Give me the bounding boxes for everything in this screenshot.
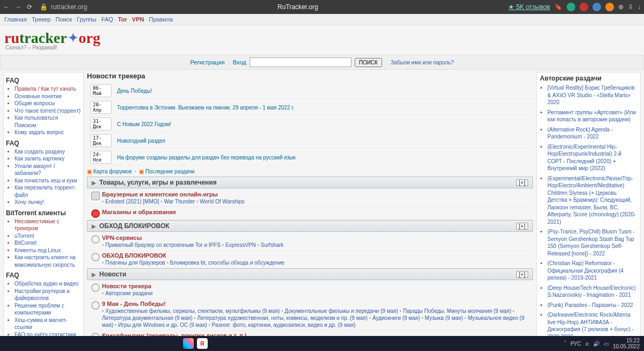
side-item[interactable]: Несовместимые с трекером [14,218,81,232]
side-item[interactable]: Кому задать вопрос [14,129,81,136]
topnav-faq[interactable]: FAQ [101,16,113,23]
search-input[interactable] [250,57,352,67]
subforum-link[interactable]: Enlisted (2021) [MMO] [105,199,159,204]
start-icon[interactable] [183,338,194,349]
release-item[interactable]: (Punk) Parasites - Паразиты - 2022 [547,302,637,309]
clock[interactable]: 15:22 10.05.2022 [613,338,640,349]
subforum-link[interactable]: Литература художественная, ноты, комиксы… [197,315,368,321]
subforum-link[interactable]: Авторские раздачи [105,290,152,296]
topnav-группы[interactable]: Группы [77,16,97,23]
forum-link[interactable]: Новости трекера [102,283,151,289]
search-button[interactable]: ПОИСК [355,58,382,67]
side-item[interactable]: Как настроить клиент на максимальную ско… [14,254,81,268]
expand-button[interactable]: [+] [516,223,529,230]
release-item[interactable]: Регламент группы «Артсовет» (Или как поп… [547,109,637,123]
subforum-link[interactable]: Документальные фильмы и передачи (9 мая) [284,308,398,314]
subforum-link[interactable]: Литература документальная (9 мая) [102,315,193,321]
battery-icon[interactable]: ▭ [604,341,609,347]
expand-button[interactable]: [+] [516,271,529,278]
sound-icon[interactable]: 🔊 [593,341,599,347]
subforum-link[interactable]: Аудиокниги (9 мая) [372,315,420,321]
news-item[interactable]: На форуме созданы разделы для раздач без… [115,150,532,165]
login-link[interactable]: Вход [233,59,246,65]
side-item[interactable]: Что такое torrent (торрент) [14,107,81,115]
side-item[interactable]: Как почистить кеш и куки [14,177,81,185]
tray-chevron-icon[interactable]: ˆ [565,341,566,347]
side-item[interactable]: Настройки роутеров и файерволлов [14,288,81,302]
forgot-link[interactable]: Забыли имя или пароль? [391,60,454,65]
forum-category[interactable]: ▶Товары, услуги, игры и развлечения[+] [87,177,533,188]
subforum-link[interactable]: Блокировка bt, способы обхода и обсужден… [170,260,284,266]
subforum-link[interactable]: Разное: фото, картинки, аудиозаписи, вид… [212,322,356,328]
forum-link[interactable]: VPN-сервисы [102,235,142,241]
topnav-поиск[interactable]: Поиск [56,16,72,23]
side-item[interactable]: Хочу лычку! [14,199,81,206]
side-item[interactable]: Обработка аудио и видео [14,280,81,288]
release-item[interactable]: [Virtual Reality] Борис Гребенщиков & AX… [547,84,637,106]
subforum-link[interactable]: Музыка (9 мая) [425,315,463,321]
downarrow-icon[interactable]: ↓ [638,3,641,11]
subforum-link[interactable]: War Thunder [164,199,195,204]
wifi-icon[interactable]: ⎚ [586,341,589,347]
side-item[interactable]: Как пользоваться Поиском [14,114,81,129]
news-item[interactable]: Торрентовка в Эстонии. Выезжаем на пикни… [115,100,532,115]
back-icon[interactable]: ← [3,3,10,11]
forum-link[interactable]: 9 Мая - День Победы! [102,301,166,307]
subforum-link[interactable]: Surfshark [261,242,284,248]
globe-icon[interactable]: ⊕ [618,3,624,11]
forum-map-link[interactable]: Карта форумов [93,169,131,174]
reviews-badge[interactable]: ★ 5K отзывов [508,3,550,11]
side-item[interactable]: Решение проблем с компьютерами [14,302,81,317]
release-item[interactable]: (Psy-Trance, PsyChill) Blusm Tusm - Semy… [547,228,637,257]
release-item[interactable]: (Alternative Rock) Agenda - Pandemonium … [547,126,637,141]
subforum-link[interactable]: World Of Warships [200,199,244,204]
news-item[interactable]: Новогодний раздел [115,133,532,149]
reload-icon[interactable]: ⟳ [27,3,32,11]
subforum-link[interactable]: ExpressVPN [225,242,256,248]
forum-link[interactable]: Магазины и образование [102,209,176,215]
ext-icon-4[interactable] [605,3,614,11]
ext-icon-1[interactable] [567,3,575,11]
download-icon[interactable]: ⇩ [628,3,633,11]
ext-icon-3[interactable] [592,3,601,11]
recent-link[interactable]: Последние раздачи [145,169,195,174]
forward-icon[interactable]: → [15,3,21,11]
subforum-link[interactable]: Приватный браузер со встроенным Tor и IP… [105,242,221,248]
forum-category[interactable]: ▶Новости[+] [87,268,533,280]
register-link[interactable]: Регистрация [190,59,224,65]
forum-link[interactable]: Браузерные и клиентские онлайн-игры [102,191,218,198]
side-item[interactable]: Как залить картинку [14,155,81,163]
release-item[interactable]: (Christian Rap) Reformator - Официальная… [547,260,637,282]
topnav-трекер[interactable]: Трекер [32,16,51,23]
topnav-правила[interactable]: Правила [149,16,173,23]
rss-icon-2[interactable]: ▣ [139,169,144,174]
side-item[interactable]: Как перезалить торрент-файл [14,184,81,199]
subforum-link[interactable]: Художественные фильмы, сериалы, спектакл… [105,308,280,314]
release-item[interactable]: (Electronic/Experimental Hip-Hop/Electro… [547,143,637,172]
topnav-tor[interactable]: Tor [118,16,127,23]
side-item[interactable]: uTorrent [14,232,81,240]
side-item[interactable]: Основные понятия [14,93,81,100]
ext-icon-2[interactable] [580,3,588,11]
news-item[interactable]: С Новым 2022 Годом! [115,116,532,132]
news-item[interactable]: День Победы! [115,83,532,99]
topnav-главная[interactable]: Главная [4,16,27,23]
topnav-vpn[interactable]: VPN [132,16,144,23]
release-item[interactable]: (Deep House/Tech House/Electronic) S.Naz… [547,284,637,299]
subforum-link[interactable]: Парады Победы. Минуты молчания (9 мая) [403,308,511,314]
forum-category[interactable]: ▶ОБХОД БЛОКИРОВОК[+] [87,220,533,232]
address-url[interactable]: rutracker.org [51,3,87,11]
subforum-link[interactable]: Игры для Windows и др. ОС (9 мая) [118,322,207,328]
release-item[interactable]: (Experimental/Electronic/Noise/Trip-Hop/… [547,175,637,226]
expand-button[interactable]: [+] [516,179,529,186]
side-item[interactable]: Угнали аккаунт / забанили? [14,163,81,177]
side-item[interactable]: Правила / Как тут качать [14,85,81,93]
forum-link[interactable]: ОБХОД БЛОКИРОВОК [102,252,166,259]
yandex-icon[interactable]: Я [197,338,208,349]
lang-indicator[interactable]: РУС [570,341,581,347]
subforum-link[interactable]: Плагины для браузеров [105,260,165,266]
side-item[interactable]: Хеш-сумма и магнет-ссылки [14,317,81,331]
side-item[interactable]: Клиенты под Linux [14,247,81,254]
bookmark-icon[interactable]: 🔖 [554,3,562,11]
side-item[interactable]: Общие вопросы [14,100,81,107]
